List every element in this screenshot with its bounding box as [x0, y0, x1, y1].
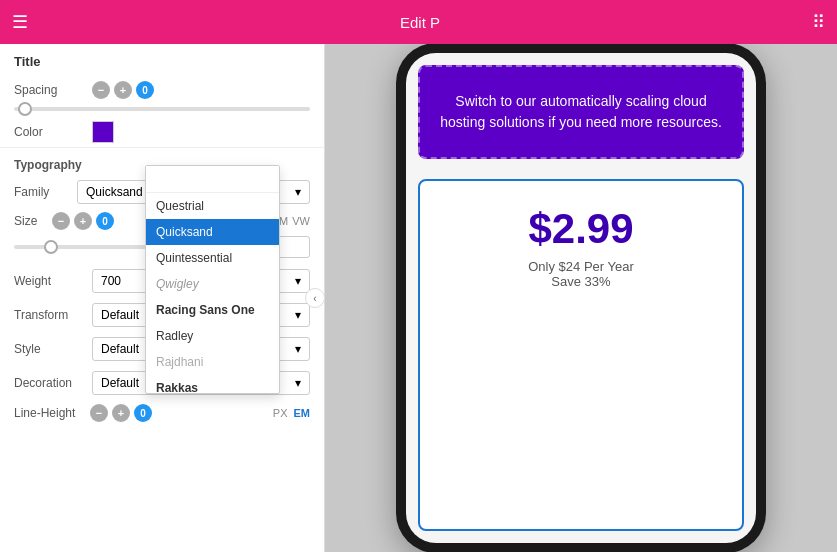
size-zero-button[interactable]: 0 [96, 212, 114, 230]
size-slider-thumb [44, 240, 58, 254]
style-chevron-icon: ▾ [295, 342, 301, 356]
spacing-label: Spacing [14, 83, 84, 97]
purple-card: Switch to our automatically scaling clou… [418, 65, 744, 159]
weight-chevron-icon: ▾ [295, 274, 301, 288]
line-height-plus-button[interactable]: + [112, 404, 130, 422]
header-title: Edit P [400, 14, 440, 31]
spacing-slider[interactable] [14, 107, 310, 111]
price-value: $2.99 [440, 205, 722, 253]
main-area: Title Spacing − + 0 Color Typography [0, 44, 837, 552]
family-chevron-icon: ▾ [295, 185, 301, 199]
price-subtitle: Only $24 Per Year [440, 259, 722, 274]
header: ☰ Edit P ⠿ [0, 0, 837, 44]
size-plus-button[interactable]: + [74, 212, 92, 230]
phone-frame: Switch to our automatically scaling clou… [396, 44, 766, 552]
spacing-slider-thumb [18, 102, 32, 116]
line-height-label: Line-Height [14, 406, 84, 420]
spacing-row: Spacing − + 0 [0, 75, 324, 105]
line-height-unit-px[interactable]: PX [273, 407, 288, 419]
phone-screen: Switch to our automatically scaling clou… [406, 53, 756, 543]
color-row: Color [0, 117, 324, 147]
section-title: Title [0, 44, 324, 75]
size-controls: − + 0 [52, 212, 114, 230]
font-item-rakkas[interactable]: Rakkas [146, 375, 279, 393]
spacing-slider-container [0, 105, 324, 117]
spacing-plus-button[interactable]: + [114, 81, 132, 99]
font-item-questrial[interactable]: Questrial [146, 193, 279, 219]
font-item-qwitcher[interactable]: Qwigley [146, 271, 279, 297]
line-height-minus-button[interactable]: − [90, 404, 108, 422]
font-item-quintessential[interactable]: Quintessential [146, 245, 279, 271]
size-label: Size [14, 214, 44, 228]
transform-value: Default [101, 308, 139, 322]
pricing-card: $2.99 Only $24 Per Year Save 33% [418, 179, 744, 531]
transform-chevron-icon: ▾ [295, 308, 301, 322]
spacing-minus-button[interactable]: − [92, 81, 110, 99]
menu-icon[interactable]: ☰ [12, 11, 28, 33]
style-value: Default [101, 342, 139, 356]
collapse-arrow[interactable]: ‹ [305, 288, 325, 308]
weight-value: 700 [101, 274, 121, 288]
spacing-zero-button[interactable]: 0 [136, 81, 154, 99]
decoration-chevron-icon: ▾ [295, 376, 301, 390]
line-height-zero-button[interactable]: 0 [134, 404, 152, 422]
spacing-controls: − + 0 [92, 81, 154, 99]
transform-label: Transform [14, 308, 84, 322]
font-search-input[interactable] [146, 166, 279, 193]
color-swatch[interactable] [92, 121, 114, 143]
line-height-row: Line-Height − + 0 PX EM [0, 400, 324, 426]
line-height-controls: − + 0 [90, 404, 152, 422]
family-label: Family [14, 185, 69, 199]
style-label: Style [14, 342, 84, 356]
size-minus-button[interactable]: − [52, 212, 70, 230]
color-label: Color [14, 125, 84, 139]
line-height-unit-em[interactable]: EM [294, 407, 311, 419]
decoration-label: Decoration [14, 376, 84, 390]
family-value: Quicksand [86, 185, 143, 199]
font-item-rajdhani[interactable]: Rajdhani [146, 349, 279, 375]
right-panel: Switch to our automatically scaling clou… [325, 44, 837, 552]
font-item-radley[interactable]: Radley [146, 323, 279, 349]
font-dropdown: Questrial Quicksand Quintessential Qwigl… [145, 165, 280, 394]
font-item-quicksand[interactable]: Quicksand [146, 219, 279, 245]
font-item-racing-sans[interactable]: Racing Sans One [146, 297, 279, 323]
price-save: Save 33% [440, 274, 722, 289]
unit-vw[interactable]: VW [292, 215, 310, 227]
purple-card-text: Switch to our automatically scaling clou… [440, 91, 722, 133]
weight-label: Weight [14, 274, 84, 288]
font-list: Questrial Quicksand Quintessential Qwigl… [146, 193, 279, 393]
decoration-value: Default [101, 376, 139, 390]
grid-icon[interactable]: ⠿ [812, 11, 825, 33]
